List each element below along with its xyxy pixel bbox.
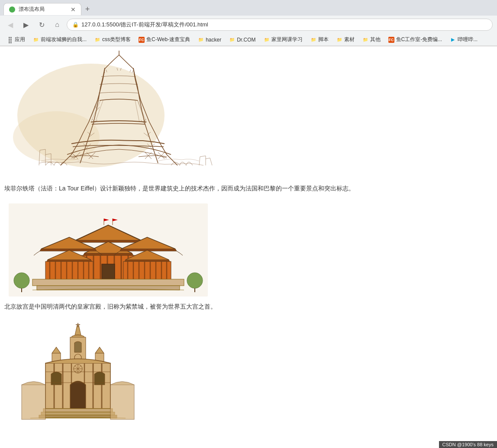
svg-rect-60 — [22, 385, 45, 419]
eiffel-tower-section: 埃菲尔铁塔（法语：La Tour Eiffel）设计新颖独特，是世界建筑史上的技… — [4, 51, 493, 195]
tab-title: 漂布流布局 — [19, 6, 45, 13]
church-svg — [13, 322, 143, 437]
security-lock-icon: 🔒 — [72, 22, 79, 28]
bookmark-bilibili-label: 哔哩哔... — [458, 36, 478, 43]
folder-icon-7: 📁 — [362, 37, 368, 43]
svg-rect-58 — [41, 412, 115, 415]
eiffel-tower-svg — [4, 51, 234, 178]
bookmark-hacker[interactable]: 📁 hacker — [194, 36, 225, 44]
svg-rect-57 — [43, 409, 113, 412]
fishc-web-icon: FC — [139, 37, 145, 43]
eiffel-sketch-wrapper — [4, 51, 234, 178]
forbidden-city-sketch-wrapper — [9, 203, 208, 297]
svg-rect-14 — [45, 261, 93, 281]
new-tab-button[interactable]: + — [81, 3, 94, 15]
bookmark-materials-label: 素材 — [344, 36, 355, 43]
browser-chrome: 漂布流布局 ✕ + ◀ ▶ ↻ ⌂ 🔒 127.0.0.1:5500/德云IT-… — [0, 0, 497, 46]
bookmark-bilibili[interactable]: ▶ 哔哩哔... — [446, 35, 481, 44]
bookmark-materials[interactable]: 📁 素材 — [333, 35, 358, 44]
svg-point-0 — [10, 8, 14, 11]
svg-rect-23 — [123, 261, 171, 281]
bookmark-script[interactable]: 📁 脚本 — [307, 35, 332, 44]
drcom-icon: 📁 — [229, 37, 235, 43]
bookmark-home-learning-label: 家里网课学习 — [271, 36, 303, 43]
status-bar: CSDN @1900's 88 keys — [439, 441, 497, 448]
church-sketch-wrapper — [13, 322, 143, 437]
bookmark-frontend-label: 前端攻城狮的自我... — [41, 36, 87, 43]
forward-icon: ▶ — [23, 21, 29, 29]
apps-grid-icon: ⣿ — [7, 37, 13, 43]
bookmark-other[interactable]: 📁 其他 — [359, 35, 384, 44]
bookmark-other-label: 其他 — [370, 36, 381, 43]
nav-bar: ◀ ▶ ↻ ⌂ 🔒 127.0.0.1:5500/德云IT-前端开发/草稿文件/… — [0, 16, 497, 34]
bookmark-css[interactable]: 📁 css类型博客 — [91, 35, 134, 44]
forbidden-city-description: 北京故宫是中国明清两代的皇家宫殿，旧称为紫禁城，被誉为世界五大宫之首。 — [4, 300, 493, 313]
forbidden-city-section: 北京故宫是中国明清两代的皇家宫殿，旧称为紫禁城，被誉为世界五大宫之首。 — [4, 203, 493, 313]
url-text: 127.0.0.1:5500/德云IT-前端开发/草稿文件/001.html — [81, 21, 487, 29]
svg-rect-32 — [32, 279, 184, 286]
svg-point-2 — [13, 111, 100, 163]
page-content: 埃菲尔铁塔（法语：La Tour Eiffel）设计新颖独特，是世界建筑史上的技… — [0, 46, 497, 448]
bookmark-apps-label: 应用 — [15, 36, 25, 43]
svg-point-36 — [14, 273, 29, 288]
bookmark-fishc-web[interactable]: FC 鱼C-Web-速查宝典 — [135, 35, 194, 44]
eiffel-description: 埃菲尔铁塔（法语：La Tour Eiffel）设计新颖独特，是世界建筑史上的技… — [4, 182, 493, 195]
bookmark-hacker-label: hacker — [206, 37, 221, 43]
back-icon: ◀ — [8, 21, 13, 29]
bookmark-drcom-label: Dr.COM — [237, 37, 255, 43]
bookmark-drcom[interactable]: 📁 Dr.COM — [226, 36, 259, 44]
church-image-container — [4, 322, 493, 437]
bookmark-apps[interactable]: ⣿ 应用 — [3, 35, 29, 44]
home-button[interactable]: ⌂ — [51, 19, 63, 31]
active-tab[interactable]: 漂布流布局 ✕ — [3, 3, 81, 15]
bookmarks-bar: ⣿ 应用 📁 前端攻城狮的自我... 📁 css类型博客 FC 鱼C-Web-速… — [0, 34, 497, 46]
bookmark-home-learning[interactable]: 📁 家里网课学习 — [260, 35, 306, 44]
folder-icon-3: 📁 — [198, 37, 204, 43]
church-section — [4, 322, 493, 437]
folder-icon-1: 📁 — [33, 37, 39, 43]
address-bar[interactable]: 🔒 127.0.0.1:5500/德云IT-前端开发/草稿文件/001.html — [67, 19, 493, 31]
folder-icon-6: 📁 — [336, 37, 342, 43]
eiffel-image-container — [4, 51, 493, 178]
back-button[interactable]: ◀ — [4, 19, 16, 31]
folder-icon-5: 📁 — [310, 37, 316, 43]
bilibili-icon: ▶ — [450, 37, 456, 43]
folder-icon-4: 📁 — [264, 37, 270, 43]
forbidden-city-image-container — [4, 203, 493, 297]
bookmark-script-label: 脚本 — [318, 36, 329, 43]
forward-button[interactable]: ▶ — [20, 19, 32, 31]
svg-rect-13 — [102, 264, 115, 279]
bookmark-css-label: css类型博客 — [102, 36, 131, 43]
bookmark-frontend[interactable]: 📁 前端攻城狮的自我... — [29, 35, 90, 44]
status-text: CSDN @1900's 88 keys — [442, 442, 494, 447]
tab-favicon — [9, 6, 15, 13]
home-icon: ⌂ — [55, 21, 59, 29]
tab-close-button[interactable]: ✕ — [71, 6, 76, 13]
svg-point-37 — [187, 273, 203, 288]
bookmark-fishc-studio-label: 鱼C工作室-免费编... — [396, 36, 442, 43]
bookmark-fishc-web-label: 鱼C-Web-速查宝典 — [146, 36, 190, 43]
folder-icon-2: 📁 — [94, 37, 100, 43]
svg-rect-61 — [110, 385, 134, 419]
tab-bar: 漂布流布局 ✕ + — [0, 0, 497, 16]
forbidden-city-svg — [9, 203, 208, 297]
bookmark-fishc-studio[interactable]: FC 鱼C工作室-免费编... — [385, 35, 446, 44]
fishc-studio-icon: FC — [388, 37, 394, 43]
refresh-button[interactable]: ↻ — [36, 19, 48, 31]
refresh-icon: ↻ — [39, 21, 45, 29]
